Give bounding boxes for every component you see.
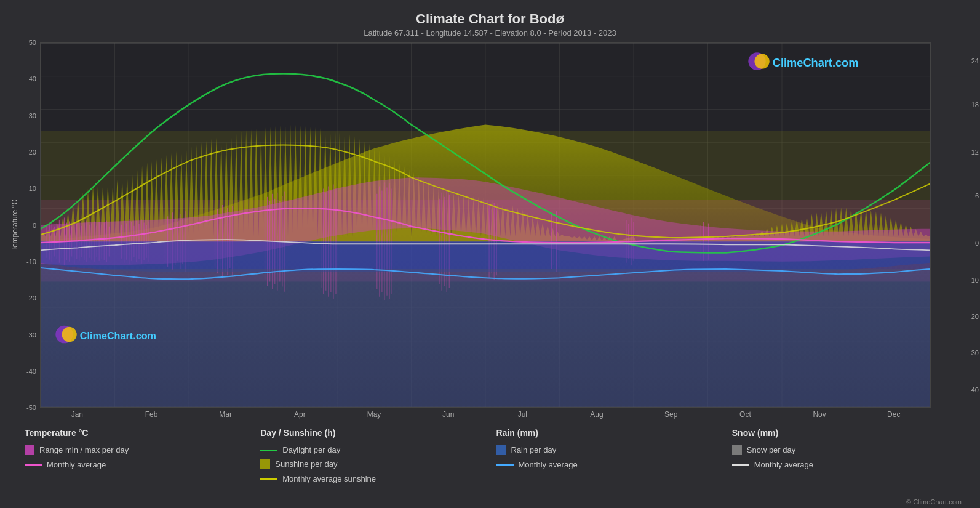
month-dec: Dec: [856, 408, 931, 421]
chart-subtitle: Latitude 67.311 - Longitude 14.587 - Ele…: [0, 28, 980, 38]
copyright: © ClimeChart.com: [0, 498, 980, 508]
legend-label-rain-avg: Monthly average: [519, 460, 578, 469]
legend-item-sunshine-day: Sunshine per day: [260, 459, 484, 469]
y-tick-left--10: -10: [26, 258, 36, 265]
month-may: May: [337, 408, 412, 421]
legend-label-daylight: Daylight per day: [282, 445, 340, 454]
y-tick-left-20: 20: [29, 148, 36, 156]
y-tick-left-10: 10: [29, 185, 36, 192]
month-apr: Apr: [263, 408, 337, 421]
y-tick-left--20: -20: [26, 294, 36, 302]
legend-label-rain-day: Rain per day: [511, 445, 557, 454]
y-axis-right: 24 18 12 6 0 10 20 30 40 Day / Sunshine …: [931, 42, 980, 408]
legend-line-rain-avg: [496, 464, 514, 466]
chart-svg: ClimeChart.com ClimeChart.com: [41, 43, 930, 407]
x-axis-area: Jan Feb Mar Apr May Jun Jul Aug Sep Oct …: [40, 408, 931, 421]
legend-item-snow-day: Snow per day: [732, 445, 955, 455]
chart-area: Temperature °C 50403020100-10-20-30-40-5…: [0, 42, 980, 408]
y-tick-left-40: 40: [29, 75, 36, 83]
svg-point-127: [754, 54, 769, 68]
legend-line-sunshine-avg: [260, 478, 277, 480]
legend-title-temp: Temperature °C: [25, 428, 248, 438]
legend-item-daylight: Daylight per day: [260, 445, 484, 454]
legend-item-rain-avg: Monthly average: [496, 460, 720, 469]
legend-item-snow-avg: Monthly average: [732, 460, 955, 469]
legend-label-temp-avg: Monthly average: [47, 460, 106, 469]
y-axis-left-label: Temperature °C: [10, 200, 19, 251]
y-tick-left--50: -50: [26, 404, 36, 411]
y-tick-left-30: 30: [29, 112, 36, 119]
legend-label-snow-avg: Monthly average: [754, 460, 813, 469]
chart-title: Climate Chart for Bodø: [0, 11, 980, 27]
legend-title-rain: Rain (mm): [496, 428, 720, 438]
month-mar: Mar: [188, 408, 263, 421]
svg-rect-125: [41, 269, 930, 407]
month-oct: Oct: [708, 408, 783, 421]
month-nov: Nov: [783, 408, 857, 421]
legend-col-rain: Rain (mm) Rain per day Monthly average: [490, 428, 726, 492]
legend-label-snow-day: Snow per day: [747, 445, 796, 454]
svg-text:ClimeChart.com: ClimeChart.com: [80, 330, 156, 341]
legend-item-sunshine-avg: Monthly average sunshine: [260, 474, 484, 483]
legend-item-rain-day: Rain per day: [496, 445, 720, 455]
month-jul: Jul: [485, 408, 560, 421]
svg-point-130: [62, 327, 76, 342]
legend-box-rain: [496, 445, 506, 455]
y-axis-left: Temperature °C 50403020100-10-20-30-40-5…: [0, 42, 40, 408]
legend-title-snow: Snow (mm): [732, 428, 955, 438]
legend-label-sunshine-day: Sunshine per day: [275, 459, 337, 469]
legend-line-daylight: [260, 450, 277, 451]
chart-plot: ClimeChart.com ClimeChart.com: [40, 42, 931, 408]
title-section: Climate Chart for Bodø Latitude 67.311 -…: [0, 6, 980, 39]
legend-title-sunshine: Day / Sunshine (h): [260, 428, 484, 438]
month-sep: Sep: [634, 408, 708, 421]
legend-col-snow: Snow (mm) Snow per day Monthly average: [726, 428, 962, 492]
month-aug: Aug: [560, 408, 634, 421]
main-container: Climate Chart for Bodø Latitude 67.311 -…: [0, 0, 980, 508]
y-tick-left--30: -30: [26, 331, 36, 339]
legend-box-sunshine: [260, 459, 270, 469]
legend-col-temperature: Temperature °C Range min / max per day M…: [18, 428, 254, 492]
legend-box-snow: [732, 445, 742, 455]
legend-label-temp-range: Range min / max per day: [39, 445, 129, 454]
y-tick-left-50: 50: [29, 39, 36, 46]
legend-item-temp-range: Range min / max per day: [25, 445, 248, 455]
legend-col-sunshine: Day / Sunshine (h) Daylight per day Suns…: [254, 428, 490, 492]
legend-line-temp-avg: [25, 464, 42, 466]
svg-text:ClimeChart.com: ClimeChart.com: [773, 56, 859, 69]
month-jan: Jan: [40, 408, 114, 421]
legend-label-sunshine-avg: Monthly average sunshine: [282, 474, 376, 483]
y-tick-left-0: 0: [33, 222, 36, 229]
legend-line-snow-avg: [732, 464, 749, 466]
legend-box-temp-range: [25, 445, 34, 455]
legend-area: Temperature °C Range min / max per day M…: [0, 422, 980, 498]
y-tick-left--40: -40: [26, 368, 36, 375]
month-jun: Jun: [411, 408, 485, 421]
month-feb: Feb: [114, 408, 189, 421]
legend-item-temp-avg: Monthly average: [25, 460, 248, 469]
